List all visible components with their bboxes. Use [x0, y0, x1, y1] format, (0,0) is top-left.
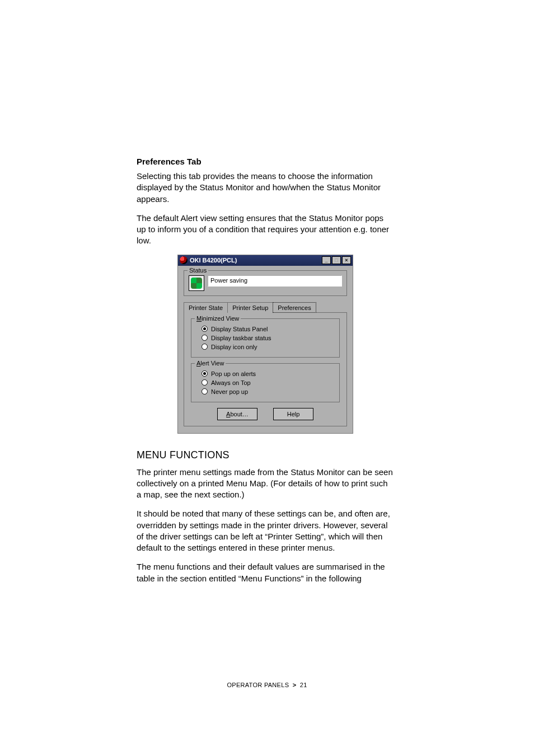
radio-label: Display taskbar status — [211, 335, 271, 341]
preferences-para-1: Selecting this tab provides the means to… — [137, 171, 394, 205]
status-monitor-dialog: OKI B4200(PCL) _ □ × Status Power saving… — [177, 255, 353, 434]
radio-label: Never pop up — [211, 388, 248, 395]
radio-label: Display Status Panel — [211, 326, 268, 332]
menu-para-3: The menu functions and their default val… — [137, 561, 394, 584]
radio-label: Display icon only — [211, 344, 257, 350]
status-legend: Status — [188, 267, 208, 274]
window-title: OKI B4200(PCL) — [190, 257, 322, 264]
titlebar: OKI B4200(PCL) _ □ × — [178, 255, 353, 266]
minimized-view-group: Minimized View Display Status Panel Disp… — [191, 318, 340, 358]
window-buttons: _ □ × — [322, 256, 351, 264]
dialog-button-row: About… Help — [191, 408, 340, 420]
menu-para-1: The printer menu settings made from the … — [137, 467, 394, 501]
radio-icon — [202, 344, 208, 350]
minimize-button[interactable]: _ — [322, 256, 331, 264]
preferences-panel: Minimized View Display Status Panel Disp… — [184, 312, 347, 426]
alert-view-legend: Alert View — [195, 360, 226, 367]
tab-strip: Printer State Printer Setup Preferences — [184, 302, 347, 312]
radio-display-status-panel[interactable]: Display Status Panel — [202, 326, 335, 332]
preferences-para-2: The default Alert view setting ensures t… — [137, 213, 394, 247]
radio-label: Always on Top — [211, 379, 251, 386]
radio-popup-on-alerts[interactable]: Pop up on alerts — [202, 370, 335, 377]
close-button[interactable]: × — [342, 256, 351, 264]
menu-para-2: It should be noted that many of these se… — [137, 508, 394, 553]
radio-display-taskbar-status[interactable]: Display taskbar status — [202, 335, 335, 341]
footer-page-number: 21 — [300, 682, 307, 688]
status-field: Power saving — [208, 275, 342, 287]
radio-never-pop-up[interactable]: Never pop up — [202, 388, 335, 395]
maximize-button: □ — [332, 256, 341, 264]
help-button[interactable]: Help — [273, 408, 313, 420]
radio-label: Pop up on alerts — [211, 370, 256, 377]
tab-printer-state[interactable]: Printer State — [184, 302, 228, 313]
footer-separator: > — [293, 682, 297, 688]
footer-section: OPERATOR PANELS — [227, 682, 289, 688]
minimized-view-legend: Minimized View — [195, 315, 241, 322]
printer-status-icon — [189, 275, 204, 291]
status-group: Status Power saving — [184, 270, 347, 296]
preferences-heading: Preferences Tab — [137, 157, 394, 166]
radio-always-on-top[interactable]: Always on Top — [202, 379, 335, 386]
radio-icon — [202, 326, 208, 332]
radio-icon — [202, 379, 208, 386]
radio-icon — [202, 388, 208, 395]
menu-functions-heading: MENU FUNCTIONS — [137, 449, 394, 461]
app-icon — [180, 256, 188, 264]
page-footer: OPERATOR PANELS > 21 — [0, 682, 534, 688]
about-button[interactable]: About… — [217, 408, 257, 420]
tab-preferences[interactable]: Preferences — [273, 302, 316, 313]
radio-icon — [202, 335, 208, 341]
radio-icon — [202, 370, 208, 377]
radio-display-icon-only[interactable]: Display icon only — [202, 344, 335, 350]
tab-printer-setup[interactable]: Printer Setup — [227, 302, 273, 313]
alert-view-group: Alert View Pop up on alerts Always on To… — [191, 363, 340, 402]
dialog-screenshot: OKI B4200(PCL) _ □ × Status Power saving… — [137, 255, 394, 434]
